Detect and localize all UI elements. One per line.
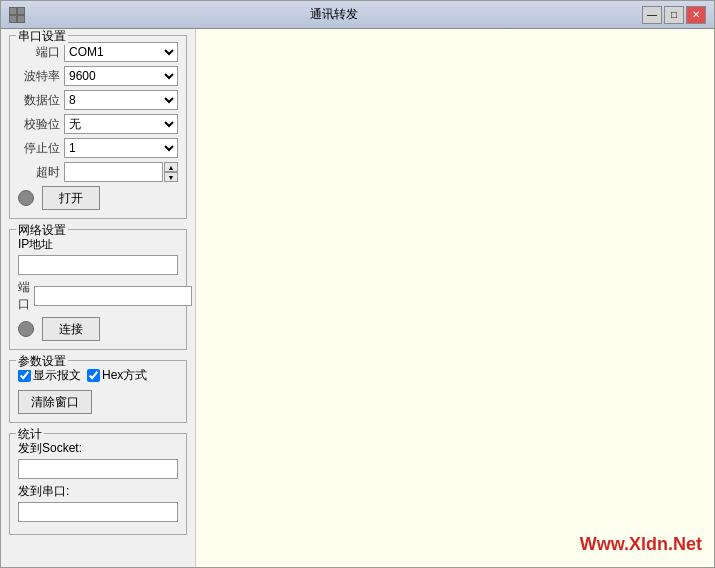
spinner-buttons: ▲ ▼ [164, 162, 178, 182]
serial-stats-label: 发到串口: [18, 483, 178, 500]
parity-row: 校验位 无 奇 偶 [18, 114, 178, 134]
svg-rect-0 [10, 8, 16, 14]
stats-section: 统计 发到Socket: 0字节 发到串口: 0字节 [9, 433, 187, 535]
serial-indicator-row: 打开 [18, 186, 178, 210]
serial-stats-row: 发到串口: 0字节 [18, 483, 178, 522]
main-window: 通讯转发 — □ ✕ 串口设置 端口 COM1 COM2 COM3 COM4 [0, 0, 715, 568]
stop-bits-label: 停止位 [18, 140, 60, 157]
serial-settings-section: 串口设置 端口 COM1 COM2 COM3 COM4 波特率 9600 192… [9, 35, 187, 219]
param-section-label: 参数设置 [16, 353, 68, 370]
clear-window-button[interactable]: 清除窗口 [18, 390, 92, 414]
right-panel: Www.Xldn.Net [196, 29, 714, 567]
watermark-text: Www.Xldn.Net [580, 534, 702, 555]
data-bits-label: 数据位 [18, 92, 60, 109]
network-section-label: 网络设置 [16, 222, 68, 239]
baud-label: 波特率 [18, 68, 60, 85]
hex-checkbox[interactable] [87, 369, 100, 382]
serial-status-indicator [18, 190, 34, 206]
port-select[interactable]: COM1 COM2 COM3 COM4 [64, 42, 178, 62]
restore-button[interactable]: □ [664, 6, 684, 24]
stats-section-label: 统计 [16, 426, 44, 443]
hex-checkbox-label[interactable]: Hex方式 [87, 367, 147, 384]
timeout-spinner: 50 ▲ ▼ [64, 162, 178, 182]
hex-label: Hex方式 [102, 367, 147, 384]
stop-bits-select[interactable]: 1 2 [64, 138, 178, 158]
socket-stats-input: 0字节 [18, 459, 178, 479]
param-settings-section: 参数设置 显示报文 Hex方式 清除窗口 [9, 360, 187, 423]
network-settings-section: 网络设置 IP地址 127.0.0.1 端口 8,887 连接 [9, 229, 187, 350]
open-serial-button[interactable]: 打开 [42, 186, 100, 210]
window-title: 通讯转发 [25, 6, 642, 23]
title-bar: 通讯转发 — □ ✕ [1, 1, 714, 29]
main-area: 串口设置 端口 COM1 COM2 COM3 COM4 波特率 9600 192… [1, 29, 714, 567]
timeout-row: 超时 50 ▲ ▼ [18, 162, 178, 182]
spinner-up[interactable]: ▲ [164, 162, 178, 172]
timeout-label: 超时 [18, 164, 60, 181]
network-indicator-row: 连接 [18, 317, 178, 341]
net-port-row: 端口 8,887 [18, 279, 178, 313]
svg-rect-1 [18, 8, 24, 14]
ip-input[interactable]: 127.0.0.1 [18, 255, 178, 275]
baud-select[interactable]: 9600 19200 38400 57600 115200 [64, 66, 178, 86]
timeout-input[interactable]: 50 [64, 162, 163, 182]
stop-bits-row: 停止位 1 2 [18, 138, 178, 158]
net-port-input[interactable]: 8,887 [34, 286, 192, 306]
baud-row: 波特率 9600 19200 38400 57600 115200 [18, 66, 178, 86]
svg-rect-2 [10, 16, 16, 22]
data-bits-row: 数据位 8 7 6 5 [18, 90, 178, 110]
parity-select[interactable]: 无 奇 偶 [64, 114, 178, 134]
minimize-button[interactable]: — [642, 6, 662, 24]
left-panel: 串口设置 端口 COM1 COM2 COM3 COM4 波特率 9600 192… [1, 29, 196, 567]
port-row: 端口 COM1 COM2 COM3 COM4 [18, 42, 178, 62]
net-port-label: 端口 [18, 279, 30, 313]
parity-label: 校验位 [18, 116, 60, 133]
socket-stats-row: 发到Socket: 0字节 [18, 440, 178, 479]
serial-stats-input: 0字节 [18, 502, 178, 522]
close-button[interactable]: ✕ [686, 6, 706, 24]
port-label: 端口 [18, 44, 60, 61]
svg-rect-3 [18, 16, 24, 22]
serial-section-label: 串口设置 [16, 29, 68, 45]
data-bits-select[interactable]: 8 7 6 5 [64, 90, 178, 110]
spinner-down[interactable]: ▼ [164, 172, 178, 182]
network-status-indicator [18, 321, 34, 337]
app-icon [9, 7, 25, 23]
show-msg-checkbox[interactable] [18, 369, 31, 382]
window-controls: — □ ✕ [642, 6, 706, 24]
connect-button[interactable]: 连接 [42, 317, 100, 341]
